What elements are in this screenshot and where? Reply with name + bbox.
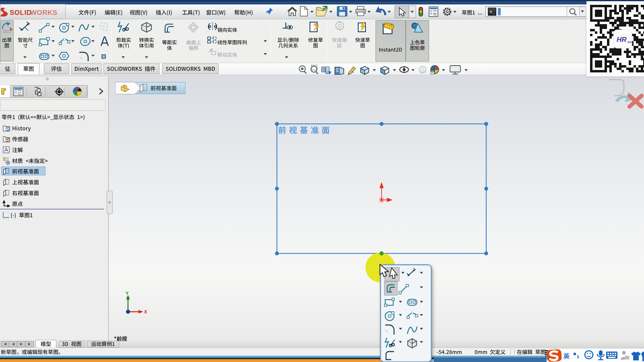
svg-text:808: 808 <box>627 41 632 43</box>
svg-text:HR: HR <box>617 36 627 43</box>
